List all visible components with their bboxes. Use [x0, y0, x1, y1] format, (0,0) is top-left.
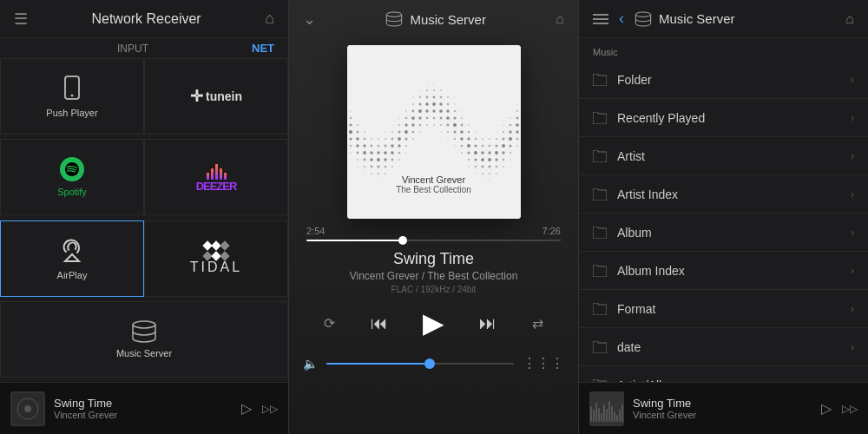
track-artist: Vincent Grever / The Best Collection — [306, 270, 561, 282]
service-spotify[interactable]: Spotify — [0, 139, 144, 215]
svg-point-252 — [371, 187, 372, 188]
right-play-button[interactable]: ▷ — [821, 400, 832, 417]
album-title: The Best Collection — [396, 185, 471, 194]
svg-point-230 — [364, 173, 365, 174]
music-server-label: Music Server — [116, 348, 172, 358]
menu-item[interactable]: Album Index› — [579, 252, 868, 290]
left-next-button[interactable]: ▷▷ — [262, 403, 278, 415]
svg-point-46 — [357, 111, 358, 112]
svg-point-153 — [516, 138, 518, 141]
svg-point-3 — [133, 321, 155, 328]
menu-item[interactable]: date› — [579, 328, 868, 366]
svg-point-59 — [516, 110, 517, 112]
folder-icon — [593, 188, 607, 201]
right-next-button[interactable]: ▷▷ — [842, 403, 858, 415]
input-row: INPUT NET — [0, 38, 288, 58]
svg-point-178 — [363, 151, 366, 155]
left-bottom-bar: Swing Time Vincent Grever ▷ ▷▷ — [0, 382, 288, 434]
menu-item[interactable]: Artist Index› — [579, 175, 868, 214]
svg-point-227 — [503, 166, 504, 168]
previous-button[interactable]: ⏮ — [371, 313, 388, 333]
shuffle-button[interactable]: ⇄ — [532, 315, 543, 332]
track-info-section: Swing Time Vincent Grever / The Best Col… — [289, 241, 578, 298]
next-button[interactable]: ⏭ — [479, 313, 496, 333]
service-push-player[interactable]: Push Player — [0, 58, 144, 135]
service-music-server[interactable]: Music Server — [0, 301, 288, 378]
svg-point-155 — [356, 144, 359, 148]
left-album-art — [10, 391, 45, 426]
svg-point-126 — [502, 131, 503, 133]
input-label: INPUT — [14, 43, 252, 55]
svg-point-226 — [495, 166, 497, 168]
svg-point-210 — [495, 158, 497, 161]
volume-bar[interactable] — [326, 363, 514, 365]
svg-point-131 — [363, 138, 365, 141]
menu-item[interactable]: Artist› — [579, 137, 868, 175]
svg-point-106 — [364, 131, 365, 133]
svg-point-80 — [356, 124, 358, 126]
left-play-button[interactable]: ▷ — [241, 400, 252, 417]
hamburger-icon[interactable]: ☰ — [14, 10, 28, 29]
svg-point-154 — [349, 145, 351, 147]
menu-item[interactable]: Format› — [579, 290, 868, 328]
right-header-center: Music Server — [635, 11, 835, 27]
svg-point-198 — [363, 159, 365, 161]
time-elapsed: 2:54 — [306, 226, 325, 236]
svg-point-104 — [349, 130, 352, 134]
left-panel-title: Network Receiver — [28, 11, 265, 27]
right-track-info: Swing Time Vincent Grever — [633, 397, 812, 420]
svg-point-175 — [516, 145, 518, 147]
svg-point-174 — [509, 144, 511, 147]
svg-point-107 — [371, 131, 372, 132]
play-pause-button[interactable]: ▶ — [423, 306, 444, 339]
svg-point-152 — [509, 137, 512, 141]
progress-times: 2:54 7:26 — [306, 226, 561, 236]
svg-point-132 — [370, 138, 372, 140]
input-active[interactable]: NET — [252, 42, 274, 55]
deezer-icon — [207, 162, 227, 180]
svg-point-61 — [357, 117, 358, 118]
svg-point-197 — [357, 159, 358, 161]
svg-point-261 — [635, 12, 650, 16]
service-deezer[interactable]: DEEZER — [144, 139, 288, 215]
right-source-label: Music Server — [659, 11, 735, 26]
volume-fill — [326, 363, 430, 365]
svg-point-44 — [516, 103, 517, 104]
middle-source-icon — [385, 11, 403, 27]
service-airplay[interactable]: AirPlay — [0, 220, 144, 297]
home-icon[interactable]: ⌂ — [265, 10, 274, 28]
menu-item-label: Album Index — [617, 264, 840, 278]
music-server-icon — [131, 320, 157, 343]
menu-item[interactable]: Folder› — [579, 61, 868, 99]
svg-point-192 — [495, 151, 498, 155]
svg-point-33 — [350, 104, 351, 105]
waveform-mini — [589, 396, 624, 422]
svg-point-78 — [516, 117, 518, 120]
folder-icon — [593, 150, 607, 162]
svg-point-212 — [510, 159, 510, 160]
back-button[interactable]: ‹ — [619, 10, 624, 28]
right-hamburger-icon[interactable] — [593, 13, 608, 25]
svg-point-228 — [510, 167, 510, 168]
menu-item[interactable]: Album› — [579, 214, 868, 252]
svg-point-216 — [370, 166, 372, 168]
service-tidal[interactable]: TIDAL — [144, 220, 288, 297]
right-header: ‹ Music Server ⌂ — [579, 0, 868, 38]
left-bottom-controls: ▷ ▷▷ — [241, 400, 278, 417]
svg-point-79 — [349, 123, 352, 126]
middle-home-icon[interactable]: ⌂ — [556, 11, 564, 27]
repeat-button[interactable]: ⟳ — [324, 315, 335, 332]
middle-dropdown-icon[interactable]: ⌄ — [303, 10, 316, 29]
menu-item[interactable]: Artist/Album› — [579, 366, 868, 382]
folder-icon — [593, 227, 607, 239]
folder-icon — [593, 74, 607, 86]
svg-point-194 — [509, 152, 510, 154]
equalizer-icon[interactable]: ⋮⋮⋮ — [523, 355, 564, 372]
menu-item[interactable]: Recently Played› — [579, 99, 868, 137]
svg-point-211 — [502, 159, 504, 161]
service-tunein[interactable]: ✛ tunein — [144, 58, 288, 135]
middle-source-label: Music Server — [410, 12, 486, 27]
svg-point-76 — [503, 118, 503, 119]
right-home-icon[interactable]: ⌂ — [845, 11, 854, 27]
middle-header: ⌄ Music Server ⌂ — [289, 0, 578, 38]
